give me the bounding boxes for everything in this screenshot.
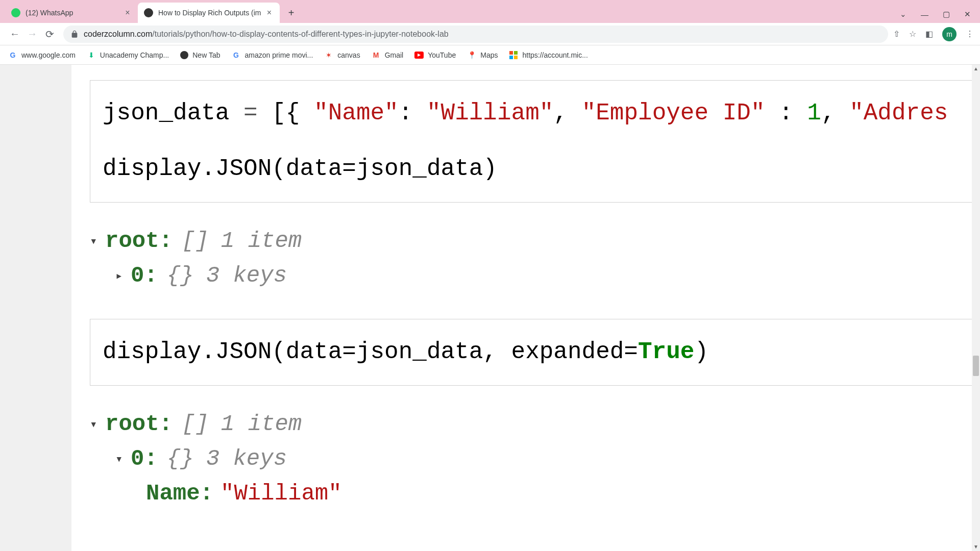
profile-avatar[interactable]: m	[942, 27, 957, 41]
youtube-icon: ▶	[414, 52, 424, 59]
lock-icon	[70, 30, 79, 38]
bookmark-maps[interactable]: 📍 Maps	[467, 51, 498, 60]
bookmark-newtab[interactable]: New Tab	[180, 51, 220, 59]
chevron-down-icon[interactable]: ⌄	[900, 10, 906, 19]
code-line: json_data = [{ "Name": "William", "Emplo…	[103, 96, 967, 131]
gmail-icon: M	[372, 51, 381, 60]
address-bar: ← → ⟳ coderzcolumn.com/tutorials/python/…	[0, 23, 980, 45]
bookmark-youtube[interactable]: ▶ YouTube	[414, 51, 456, 59]
bookmark-label: Gmail	[385, 51, 404, 59]
url-bar[interactable]: coderzcolumn.com/tutorials/python/how-to…	[63, 26, 888, 43]
left-margin	[0, 65, 71, 551]
code-line: display.JSON(data=json_data, expanded=Tr…	[103, 335, 967, 370]
tab-active[interactable]: How to Display Rich Outputs (im ×	[138, 3, 280, 23]
close-window-icon[interactable]: ✕	[964, 10, 971, 19]
window-controls: ⌄ — ▢ ✕	[900, 10, 980, 23]
tree-root[interactable]: ▾ root: [] 1 item	[90, 411, 980, 437]
code-cell-2: display.JSON(data=json_data, expanded=Tr…	[90, 319, 980, 386]
bookmark-label: Unacademy Champ...	[100, 51, 169, 59]
bookmark-label: amazon prime movi...	[244, 51, 313, 59]
tab-title: How to Display Rich Outputs (im	[158, 9, 261, 17]
bookmark-label: YouTube	[428, 51, 456, 59]
microsoft-icon	[509, 51, 518, 60]
tree-root[interactable]: ▾ root: [] 1 item	[90, 228, 980, 254]
bookmark-label: https://account.mic...	[522, 51, 587, 59]
svg-rect-0	[509, 51, 513, 55]
bookmark-label: New Tab	[192, 51, 220, 59]
back-button[interactable]: ←	[6, 26, 23, 43]
caret-right-icon[interactable]: ▸	[115, 268, 131, 283]
minimize-icon[interactable]: —	[921, 10, 928, 19]
bookmark-canvas[interactable]: ✶ canvas	[324, 51, 360, 60]
side-panel-icon[interactable]: ◧	[925, 29, 933, 39]
new-tab-button[interactable]: +	[284, 5, 299, 20]
bookmark-unacademy[interactable]: ⬇ Unacademy Champ...	[87, 51, 169, 60]
site-favicon-icon	[144, 8, 153, 17]
url-text: coderzcolumn.com/tutorials/python/how-to…	[84, 30, 449, 39]
tab-title: (12) WhatsApp	[26, 9, 119, 17]
share-icon[interactable]: ⇧	[893, 29, 900, 39]
unacademy-icon: ⬇	[87, 51, 96, 60]
caret-down-icon[interactable]: ▾	[90, 417, 105, 432]
tree-child[interactable]: ▸ 0: {} 3 keys	[90, 263, 980, 288]
json-output-1: ▾ root: [] 1 item ▸ 0: {} 3 keys	[90, 228, 980, 288]
vertical-scrollbar[interactable]: ▲ ▼	[972, 65, 980, 551]
canvas-icon: ✶	[324, 51, 333, 60]
maps-icon: 📍	[467, 51, 476, 60]
caret-down-icon[interactable]: ▾	[115, 452, 131, 466]
scroll-up-icon[interactable]: ▲	[972, 65, 980, 73]
maximize-icon[interactable]: ▢	[943, 10, 950, 19]
svg-rect-3	[514, 56, 518, 59]
globe-icon	[180, 51, 188, 59]
close-icon[interactable]: ×	[265, 9, 274, 17]
menu-icon[interactable]: ⋮	[966, 29, 974, 39]
tab-whatsapp[interactable]: (12) WhatsApp ×	[5, 3, 138, 23]
json-output-2: ▾ root: [] 1 item ▾ 0: {} 3 keys Name: "…	[90, 411, 980, 506]
bookmark-gmail[interactable]: M Gmail	[372, 51, 404, 60]
scroll-thumb[interactable]	[973, 356, 979, 376]
tab-bar: (12) WhatsApp × How to Display Rich Outp…	[0, 0, 980, 23]
bookmark-microsoft[interactable]: https://account.mic...	[509, 51, 587, 60]
address-icons: ⇧ ☆ ◧ m ⋮	[893, 27, 974, 41]
bookmark-google[interactable]: G www.google.com	[8, 51, 76, 60]
bookmark-amazon[interactable]: G amazon prime movi...	[231, 51, 313, 60]
google-icon: G	[231, 51, 240, 60]
forward-button[interactable]: →	[23, 26, 41, 43]
bookmark-label: canvas	[337, 51, 360, 59]
svg-rect-2	[509, 56, 513, 59]
close-icon[interactable]: ×	[124, 9, 132, 17]
content-area: json_data = [{ "Name": "William", "Emplo…	[0, 65, 980, 551]
svg-rect-1	[514, 51, 518, 55]
code-cell-1: json_data = [{ "Name": "William", "Emplo…	[90, 80, 980, 203]
star-icon[interactable]: ☆	[909, 29, 916, 39]
main-content: json_data = [{ "Name": "William", "Emplo…	[71, 65, 980, 551]
bookmarks-bar: G www.google.com ⬇ Unacademy Champ... Ne…	[0, 45, 980, 65]
whatsapp-favicon-icon	[11, 8, 20, 17]
code-line: display.JSON(data=json_data)	[103, 152, 967, 187]
caret-down-icon[interactable]: ▾	[90, 234, 105, 248]
bookmark-label: Maps	[480, 51, 498, 59]
tree-leaf: Name: "William"	[90, 481, 980, 506]
scroll-down-icon[interactable]: ▼	[972, 543, 980, 551]
google-icon: G	[8, 51, 17, 60]
reload-button[interactable]: ⟳	[41, 26, 58, 43]
tree-child[interactable]: ▾ 0: {} 3 keys	[90, 446, 980, 471]
bookmark-label: www.google.com	[21, 51, 76, 59]
